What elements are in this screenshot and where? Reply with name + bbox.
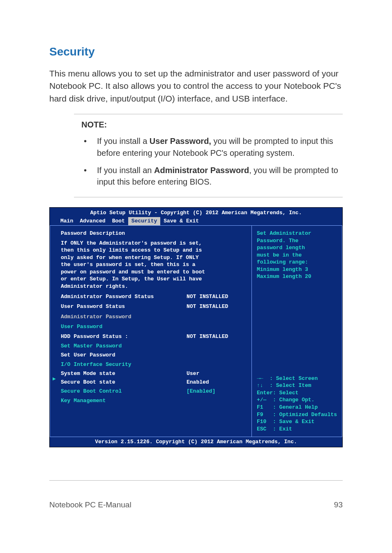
help-key-line: ESC : Exit	[257, 426, 338, 433]
row-key-management[interactable]: Key Management	[61, 397, 244, 405]
help-line: Password. The	[257, 237, 338, 245]
note-text-bold: Administrator Password	[154, 166, 249, 175]
bios-help-panel: Set Administrator Password. The password…	[252, 226, 342, 437]
row-value	[187, 342, 244, 350]
bios-screenshot: Aptio Setup Utility - Copyright (C) 2012…	[49, 207, 343, 447]
desc-line: or enter Setup. In Setup, the User will …	[61, 275, 244, 283]
row-value: NOT INSTALLED	[187, 293, 244, 301]
row-system-mode-state: System Mode stateUser	[61, 370, 244, 377]
help-key-line: +/— : Change Opt.	[257, 396, 338, 404]
note-label: NOTE:	[81, 120, 343, 130]
bios-tab-boot[interactable]: Boot	[109, 217, 128, 225]
row-label: Set User Password	[61, 352, 187, 359]
row-label: User Password Status	[61, 303, 187, 310]
bios-tab-main[interactable]: Main	[57, 217, 76, 225]
row-user-pw-status: User Password StatusNOT INSTALLED	[61, 303, 244, 310]
row-admin-pw-status: Administrator Password StatusNOT INSTALL…	[61, 293, 244, 301]
help-line: must be in the	[257, 252, 338, 259]
desc-line: only asked for when entering Setup. If O…	[61, 254, 244, 261]
bios-tabs: Main Advanced Boot Security Save & Exit	[50, 216, 342, 225]
row-value: NOT INSTALLED	[187, 333, 244, 340]
bios-body: ▶ Password Description If ONLY the Admin…	[50, 225, 342, 437]
note-text-bold: User Password,	[150, 137, 211, 146]
bios-tab-save-exit[interactable]: Save & Exit	[160, 217, 202, 225]
help-line: Maximum length 20	[257, 273, 338, 280]
help-key-line: Enter: Select	[257, 389, 338, 397]
page-footer: Notebook PC E-Manual 93	[0, 481, 392, 522]
row-admin-password[interactable]: Administrator Password	[61, 313, 244, 321]
row-value: [Enabled]	[187, 388, 244, 395]
help-key-line: ↑↓ : Select Item	[257, 382, 338, 389]
bios-tab-advanced[interactable]: Advanced	[76, 217, 108, 225]
help-key-line: F10 : Save & Exit	[257, 418, 338, 426]
row-value	[187, 323, 244, 331]
bios-tab-security[interactable]: Security	[128, 217, 160, 225]
row-value	[187, 397, 244, 405]
bullet-icon: •	[81, 135, 97, 159]
row-label: Administrator Password Status	[61, 293, 187, 301]
row-label: User Password	[61, 323, 187, 331]
row-value	[187, 352, 244, 359]
footer-left: Notebook PC E-Manual	[49, 500, 318, 509]
note-text-pre: If you install an	[97, 166, 154, 175]
help-key-line: F1 : General Help	[257, 404, 338, 411]
row-label: I/O Interface Security	[61, 361, 187, 368]
help-line: following range:	[257, 259, 338, 266]
help-line: Set Administrator	[257, 230, 338, 237]
desc-line: If ONLY the Administrator's password is …	[61, 240, 244, 247]
bios-title-bar: Aptio Setup Utility - Copyright (C) 2012…	[50, 208, 342, 217]
help-line: Minimum length 3	[257, 266, 338, 273]
row-value: Enabled	[187, 379, 244, 386]
row-value: NOT INSTALLED	[187, 303, 244, 310]
row-label: HDD Password Status :	[61, 333, 187, 340]
section-paragraph: This menu allows you to set up the admin…	[49, 67, 343, 105]
bullet-icon: •	[81, 164, 97, 188]
submenu-pointer-icon: ▶	[53, 375, 56, 383]
help-key-line: →← : Select Screen	[257, 375, 338, 382]
row-label: System Mode state	[61, 370, 187, 377]
note-box: NOTE: • If you install a User Password, …	[74, 114, 343, 197]
row-io-interface-security[interactable]: I/O Interface Security	[61, 361, 244, 368]
help-line: password length	[257, 244, 338, 252]
bios-footer: Version 2.15.1226. Copyright (C) 2012 Am…	[50, 437, 342, 447]
footer-page-number: 93	[318, 500, 343, 509]
row-value	[187, 313, 244, 321]
row-label: Key Management	[61, 397, 187, 405]
row-secure-boot-state: Secure Boot stateEnabled	[61, 379, 244, 386]
password-description-heading: Password Description	[61, 230, 244, 237]
row-set-user-pw[interactable]: Set User Password	[61, 352, 244, 359]
note-text-pre: If you install a	[97, 137, 150, 146]
section-title: Security	[49, 45, 343, 58]
bios-main-panel: ▶ Password Description If ONLY the Admin…	[50, 226, 252, 437]
row-value: User	[187, 370, 244, 377]
desc-line: Administrator rights.	[61, 283, 244, 290]
row-label: Secure Boot state	[61, 379, 187, 386]
desc-line: power on password and must be entered to…	[61, 268, 244, 276]
row-hdd-pw-status: HDD Password Status :NOT INSTALLED	[61, 333, 244, 340]
desc-line: the user's password is set, then this is…	[61, 261, 244, 268]
row-set-master-pw[interactable]: Set Master Password	[61, 342, 244, 350]
row-label: Administrator Password	[61, 313, 187, 321]
note-item: • If you install a User Password, you wi…	[81, 135, 343, 159]
row-value	[187, 361, 244, 368]
desc-line: then this only limits access to Setup an…	[61, 247, 244, 254]
row-label: Secure Boot Control	[61, 388, 187, 395]
row-label: Set Master Password	[61, 342, 187, 350]
row-secure-boot-control[interactable]: Secure Boot Control[Enabled]	[61, 388, 244, 395]
note-item: • If you install an Administrator Passwo…	[81, 164, 343, 188]
help-key-line: F9 : Optimized Defaults	[257, 411, 338, 419]
row-user-password[interactable]: User Password	[61, 323, 244, 331]
